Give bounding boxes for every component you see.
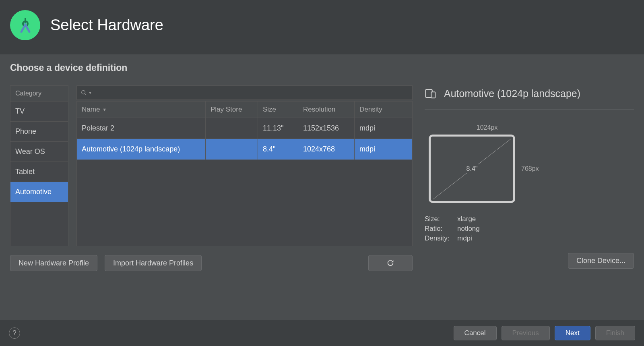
specs: Size: xlarge Ratio: notlong Density: mdp… [425,215,634,242]
subtitle: Choose a device definition [10,62,634,73]
spec-size-value: xlarge [457,215,476,223]
android-studio-icon [16,16,35,35]
search-input[interactable] [94,89,408,96]
help-button[interactable]: ? [9,327,20,339]
diagram-width-label: 1024px [429,124,545,131]
android-studio-logo [10,10,40,40]
spec-ratio-label: Ratio: [425,225,455,233]
device-preview-pane: Automotive (1024p landscape) 1024px 8.4"… [425,85,634,271]
refresh-icon [386,259,395,267]
column-header-size[interactable]: Size [258,102,298,118]
cell-density: mdpi [355,139,412,160]
cell-density: mdpi [355,118,412,139]
search-box[interactable]: ▾ [76,85,413,100]
cell-name: Automotive (1024p landscape) [77,139,206,160]
diagonal-label: 8.4" [464,164,480,173]
preview-title: Automotive (1024p landscape) [444,88,580,99]
category-item-tablet[interactable]: Tablet [10,162,68,182]
category-item-wear-os[interactable]: Wear OS [10,142,68,162]
preview-body: 1024px 8.4" 768px Size: x [425,110,634,244]
device-diagram: 1024px 8.4" 768px [429,124,545,203]
search-icon [81,90,87,95]
new-hardware-profile-button[interactable]: New Hardware Profile [10,255,97,271]
next-button[interactable]: Next [555,326,590,340]
search-dropdown-icon: ▾ [89,90,91,95]
spec-density-label: Density: [425,234,455,242]
cell-size: 8.4" [258,139,298,160]
page-title: Select Hardware [50,17,163,34]
main-row: Category TV Phone Wear OS Tablet Automot… [10,85,634,271]
spec-size-label: Size: [425,215,455,223]
footer-buttons: Cancel Previous Next Finish [454,326,635,340]
previous-button[interactable]: Previous [502,326,550,340]
device-selection-block: Category TV Phone Wear OS Tablet Automot… [10,85,413,271]
diagram-height-label: 768px [521,165,539,172]
cell-resolution: 1024x768 [298,139,355,160]
category-header: Category [10,86,68,102]
device-table: Name ▼ Play Store Size Resolution Densit… [76,101,413,246]
cell-name: Polestar 2 [77,118,206,139]
column-header-play-store[interactable]: Play Store [206,102,258,118]
help-icon: ? [12,329,16,337]
content-area: Choose a device definition Category TV P… [0,54,644,320]
cell-play-store [206,139,258,160]
column-header-name-label: Name [82,106,100,114]
import-hardware-profiles-button[interactable]: Import Hardware Profiles [105,255,202,271]
table-actions-left: New Hardware Profile Import Hardware Pro… [10,255,202,271]
svg-point-1 [82,91,85,94]
table-actions: New Hardware Profile Import Hardware Pro… [10,255,413,271]
table-header-row: Name ▼ Play Store Size Resolution Densit… [77,102,412,118]
column-header-resolution[interactable]: Resolution [298,102,355,118]
table-row[interactable]: Automotive (1024p landscape) 8.4" 1024x7… [77,139,412,160]
spec-density-value: mdpi [457,234,472,242]
svg-rect-4 [431,92,435,98]
category-item-phone[interactable]: Phone [10,122,68,142]
clone-row: Clone Device... [425,253,634,269]
spec-ratio-value: notlong [457,225,480,233]
table-row[interactable]: Polestar 2 11.13" 1152x1536 mdpi [77,118,412,139]
sort-descending-icon: ▼ [102,107,107,112]
preview-header: Automotive (1024p landscape) [425,87,634,110]
finish-button[interactable]: Finish [595,326,635,340]
cell-play-store [206,118,258,139]
cell-size: 11.13" [258,118,298,139]
svg-line-2 [85,94,87,95]
dialog-header: Select Hardware [0,0,644,54]
dialog-footer: ? Cancel Previous Next Finish [0,320,644,346]
device-table-column: ▾ Name ▼ Play Store Size Resolution [76,85,413,246]
cell-resolution: 1152x1536 [298,118,355,139]
search-and-table: Category TV Phone Wear OS Tablet Automot… [10,85,413,246]
category-item-tv[interactable]: TV [10,102,68,122]
cancel-button[interactable]: Cancel [454,326,497,340]
device-icon [425,87,437,99]
category-list: Category TV Phone Wear OS Tablet Automot… [10,85,68,246]
column-header-density[interactable]: Density [355,102,412,118]
screen-box: 8.4" [429,135,515,203]
category-item-automotive[interactable]: Automotive [10,182,68,202]
column-header-name[interactable]: Name ▼ [77,102,206,118]
clone-device-button[interactable]: Clone Device... [568,253,634,269]
refresh-button[interactable] [368,255,413,271]
